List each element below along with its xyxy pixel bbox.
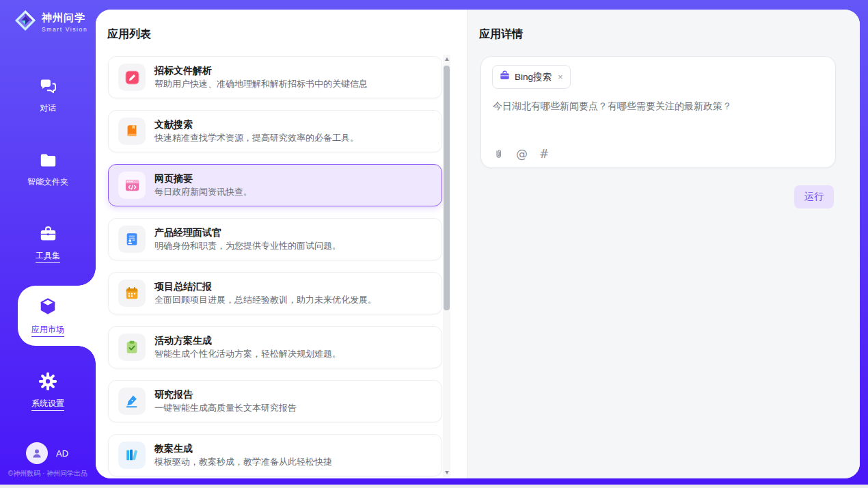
prompt-card: Bing搜索 × 今日湖北有哪些新闻要点？有哪些需要关注的最新政策？ @ # (480, 56, 836, 168)
app-card-bid-analysis[interactable]: 招标文件解析 帮助用户快速、准确地理解和解析招标书中的关键信息 (108, 56, 442, 98)
scroll-down-button[interactable] (443, 468, 450, 477)
app-card-name: 网页摘要 (154, 174, 252, 184)
sidebar-item-label: 智能文件夹 (27, 176, 68, 188)
bid-document-icon (118, 64, 146, 91)
briefcase-icon (500, 70, 510, 83)
app-list-scrollbar[interactable] (443, 55, 450, 477)
app-detail-panel: 应用详情 Bing搜索 × 今日湖北有哪些新闻要点？有哪些需要关注的最新政策？ (467, 10, 860, 478)
cube-icon (38, 297, 58, 320)
scrollbar-thumb[interactable] (444, 66, 450, 310)
app-card-desc: 模板驱动，教案秒成，教学准备从此轻松快捷 (154, 457, 332, 467)
app-card-desc: 每日政府新闻资讯快查。 (154, 187, 252, 198)
app-card-name: 招标文件解析 (154, 66, 368, 76)
tool-tag-label: Bing搜索 (515, 71, 552, 83)
app-card-literature-search[interactable]: 文献搜索 快速精准查找学术资源，提高研究效率的必备工具。 (108, 110, 442, 152)
scroll-up-button[interactable] (443, 55, 450, 64)
sidebar-item-label: 应用市场 (31, 324, 64, 337)
app-card-desc: 全面回顾项目进展，总结经验教训，助力未来优化发展。 (154, 295, 377, 306)
run-button[interactable]: 运行 (794, 185, 834, 208)
triangle-up-icon (445, 57, 449, 61)
gear-icon (38, 372, 57, 394)
user-initials: AD (56, 448, 68, 459)
app-detail-title: 应用详情 (479, 27, 523, 42)
clipboard-check-icon (118, 334, 146, 361)
app-card-desc: 帮助用户快速、准确地理解和解析招标书中的关键信息 (154, 79, 368, 90)
app-card-name: 产品经理面试官 (154, 228, 341, 238)
app-card-event-plan[interactable]: 活动方案生成 智能生成个性化活动方案，轻松解决规划难题。 (108, 326, 442, 368)
interview-icon (118, 226, 146, 253)
toolbox-icon (39, 225, 57, 246)
app-card-webpage-summary[interactable]: 网页摘要 每日政府新闻资讯快查。 (108, 164, 442, 206)
app-card-name: 文献搜索 (154, 120, 359, 130)
sidebar-item-toolkit[interactable]: 工具集 (0, 225, 96, 263)
app-card-name: 项目总结汇报 (154, 282, 377, 292)
app-card-desc: 智能生成个性化活动方案，轻松解决规划难题。 (154, 349, 341, 360)
app-card-pm-interviewer[interactable]: 产品经理面试官 明确身份和职责，为您提供专业性的面试问题。 (108, 218, 442, 260)
bubble-notch-bottom (78, 346, 96, 364)
app-list-title: 应用列表 (107, 27, 151, 42)
mention-icon[interactable]: @ (516, 147, 528, 161)
app-card-list: 招标文件解析 帮助用户快速、准确地理解和解析招标书中的关键信息 文献搜索 快速精… (108, 56, 442, 478)
triangle-down-icon (445, 471, 449, 474)
sidebar-item-smart-folder[interactable]: 智能文件夹 (0, 151, 96, 188)
pen-ink-icon (118, 388, 146, 415)
app-card-lesson-plan[interactable]: 教案生成 模板驱动，教案秒成，教学准备从此轻松快捷 (108, 434, 442, 476)
diamond-logo-icon (14, 9, 37, 35)
topic-icon[interactable]: # (539, 147, 549, 161)
sidebar-item-chat[interactable]: 对话 (0, 77, 96, 114)
sidebar-item-settings[interactable]: 系统设置 (0, 372, 96, 411)
tag-close-icon[interactable]: × (558, 72, 563, 81)
app-card-name: 活动方案生成 (154, 336, 341, 346)
attachment-icon[interactable] (493, 148, 504, 160)
brand-subtitle: Smart Vision (42, 26, 87, 33)
app-card-desc: 明确身份和职责，为您提供专业性的面试问题。 (154, 241, 341, 252)
sidebar-item-app-market[interactable]: 应用市场 (0, 297, 96, 337)
app-card-desc: 一键智能生成高质量长文本研究报告 (154, 403, 297, 414)
sidebar-item-label: 系统设置 (31, 398, 64, 411)
app-card-project-summary[interactable]: 项目总结汇报 全面回顾项目进展，总结经验教训，助力未来优化发展。 (108, 272, 442, 314)
app-list-panel: 应用列表 招标文件解析 帮助用户快速、准确地理解和解析招标书中的关键信息 (96, 10, 467, 478)
copyright-footer: ©神州数码 · 神州问学出品 (0, 469, 96, 478)
app-card-research-report[interactable]: 研究报告 一键智能生成高质量长文本研究报告 (108, 380, 442, 422)
sidebar-item-label: 工具集 (36, 250, 60, 263)
sidebar: 神州问学 Smart Vision 对话 智能文件夹 (0, 0, 96, 488)
calendar-icon (118, 280, 146, 307)
folder-icon (39, 151, 57, 172)
sidebar-item-label: 对话 (40, 103, 56, 114)
brand-logo: 神州问学 Smart Vision (14, 9, 87, 35)
tool-tag-bing-search: Bing搜索 × (492, 65, 571, 89)
book-icon (118, 118, 146, 145)
prompt-toolbar: @ # (493, 147, 549, 161)
user-avatar[interactable] (26, 442, 48, 464)
main-content-card: 应用列表 招标文件解析 帮助用户快速、准确地理解和解析招标书中的关键信息 (96, 10, 860, 478)
prompt-input[interactable]: 今日湖北有哪些新闻要点？有哪些需要关注的最新政策？ (493, 99, 822, 113)
app-card-desc: 快速精准查找学术资源，提高研究效率的必备工具。 (154, 133, 359, 144)
brand-name: 神州问学 (42, 12, 87, 25)
person-icon (31, 447, 43, 459)
books-icon (118, 442, 146, 469)
webpage-icon (118, 172, 146, 199)
bubble-notch-top (78, 268, 96, 286)
window-bottom-strip (0, 485, 868, 488)
chat-icon (39, 77, 57, 98)
app-card-name: 研究报告 (154, 390, 297, 400)
app-card-name: 教案生成 (154, 444, 332, 454)
